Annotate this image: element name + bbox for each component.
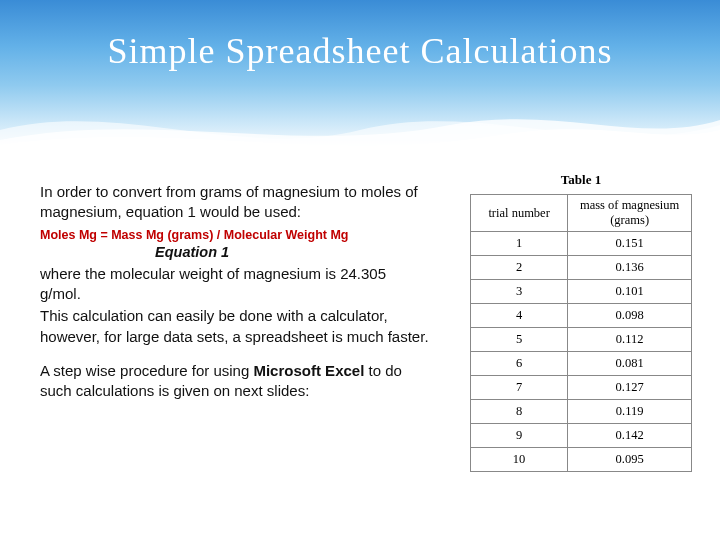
step-text: A step wise procedure for using Microsof…	[40, 361, 430, 402]
step-pre: A step wise procedure for using	[40, 362, 253, 379]
table-row: 30.101	[471, 280, 692, 304]
cell-mass: 0.095	[568, 448, 692, 472]
cell-mass: 0.081	[568, 352, 692, 376]
cell-trial: 3	[471, 280, 568, 304]
cell-trial: 10	[471, 448, 568, 472]
calc-text: This calculation can easily be done with…	[40, 306, 430, 347]
cell-trial: 1	[471, 232, 568, 256]
cell-trial: 7	[471, 376, 568, 400]
body-text: In order to convert from grams of magnes…	[40, 182, 430, 401]
cell-trial: 2	[471, 256, 568, 280]
step-bold: Microsoft Excel	[253, 362, 364, 379]
cell-mass: 0.119	[568, 400, 692, 424]
table-header-row: trial number mass of magnesium (grams)	[471, 195, 692, 232]
equation-formula: Moles Mg = Mass Mg (grams) / Molecular W…	[40, 227, 430, 244]
cell-mass: 0.142	[568, 424, 692, 448]
slide-banner	[0, 0, 720, 155]
table-row: 10.151	[471, 232, 692, 256]
cell-trial: 6	[471, 352, 568, 376]
cell-trial: 5	[471, 328, 568, 352]
cell-mass: 0.136	[568, 256, 692, 280]
table-header: mass of magnesium (grams)	[568, 195, 692, 232]
cell-mass: 0.127	[568, 376, 692, 400]
wave-decoration	[0, 90, 720, 155]
slide-title: Simple Spreadsheet Calculations	[0, 30, 720, 72]
table-row: 80.119	[471, 400, 692, 424]
table-row: 60.081	[471, 352, 692, 376]
table-caption: Table 1	[470, 172, 692, 188]
where-text: where the molecular weight of magnesium …	[40, 264, 430, 305]
table-body: 10.151 20.136 30.101 40.098 50.112 60.08…	[471, 232, 692, 472]
cell-mass: 0.098	[568, 304, 692, 328]
cell-mass: 0.101	[568, 280, 692, 304]
data-table: trial number mass of magnesium (grams) 1…	[470, 194, 692, 472]
table-row: 70.127	[471, 376, 692, 400]
intro-text: In order to convert from grams of magnes…	[40, 182, 430, 223]
table-row: 90.142	[471, 424, 692, 448]
equation-label: Equation 1	[40, 243, 430, 263]
cell-mass: 0.112	[568, 328, 692, 352]
table-row: 20.136	[471, 256, 692, 280]
cell-trial: 8	[471, 400, 568, 424]
cell-trial: 9	[471, 424, 568, 448]
cell-mass: 0.151	[568, 232, 692, 256]
table-header: trial number	[471, 195, 568, 232]
table-row: 40.098	[471, 304, 692, 328]
table-row: 50.112	[471, 328, 692, 352]
cell-trial: 4	[471, 304, 568, 328]
table-row: 100.095	[471, 448, 692, 472]
data-table-wrap: Table 1 trial number mass of magnesium (…	[470, 172, 692, 472]
